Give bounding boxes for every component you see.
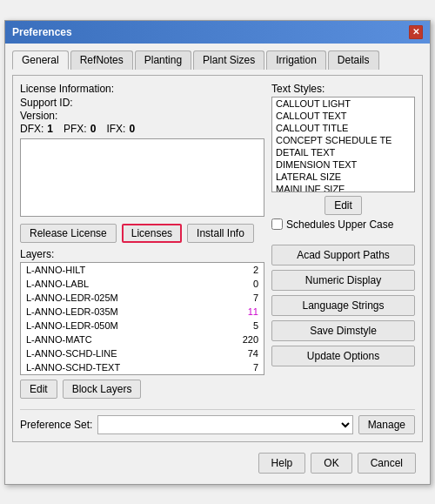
help-button[interactable]: Help	[258, 453, 306, 474]
install-info-button[interactable]: Install Info	[187, 224, 254, 243]
tab-general[interactable]: General	[12, 50, 69, 70]
list-item[interactable]: L-ANNO-LEDR-050M5	[21, 319, 264, 333]
list-item[interactable]: MAINLINE SIZE	[272, 183, 414, 192]
tab-plant-sizes[interactable]: Plant Sizes	[193, 50, 264, 70]
tab-details[interactable]: Details	[328, 50, 379, 70]
layers-edit-button[interactable]: Edit	[20, 380, 57, 399]
list-item[interactable]: L-ANNO-LABL0	[21, 277, 264, 291]
layers-label: Layers:	[20, 248, 264, 260]
right-column: Text Styles: CALLOUT LIGHTCALLOUT TEXTCA…	[271, 83, 415, 404]
content-area: General RefNotes Planting Plant Sizes Ir…	[5, 44, 430, 484]
bottom-buttons-row: Help OK Cancel	[12, 449, 423, 477]
list-item[interactable]: DETAIL TEXT	[272, 146, 414, 158]
preference-set-label: Preference Set:	[20, 419, 92, 431]
version-label: Version:	[20, 110, 264, 122]
layers-section: Layers: L-ANNO-HILT2L-ANNO-LABL0L-ANNO-L…	[20, 248, 264, 399]
support-id-label: Support ID:	[20, 97, 264, 109]
ifx-value: 0	[129, 123, 135, 135]
left-column: License Information: Support ID: Version…	[20, 83, 264, 404]
list-item[interactable]: L-ANNO-HILT2	[21, 263, 264, 277]
pfx-label: PFX:	[64, 123, 87, 135]
dfx-label: DFX:	[20, 123, 44, 135]
layers-list[interactable]: L-ANNO-HILT2L-ANNO-LABL0L-ANNO-LEDR-025M…	[20, 262, 264, 375]
tab-irrigation[interactable]: Irrigation	[266, 50, 326, 70]
license-buttons-row: Release License Licenses Install Info	[20, 224, 264, 243]
layers-buttons-row: Edit Block Layers	[20, 380, 264, 399]
pfx-item: PFX: 0	[64, 123, 96, 135]
license-text-area[interactable]	[20, 138, 264, 217]
layers-container: L-ANNO-HILT2L-ANNO-LABL0L-ANNO-LEDR-025M…	[20, 262, 264, 380]
preferences-window: Preferences ✕ General RefNotes Planting …	[4, 20, 431, 485]
dfx-item: DFX: 1	[20, 123, 53, 135]
list-item[interactable]: L-ANNO-SCHD-LINE74	[21, 346, 264, 360]
language-strings-button[interactable]: Language Strings	[271, 295, 415, 316]
tab-bar: General RefNotes Planting Plant Sizes Ir…	[12, 50, 423, 70]
list-item[interactable]: CONCEPT SCHEDULE TE	[272, 134, 414, 146]
license-info-label: License Information:	[20, 83, 264, 95]
block-layers-button[interactable]: Block Layers	[63, 380, 142, 399]
ifx-item: IFX: 0	[106, 123, 135, 135]
list-item[interactable]: CALLOUT TEXT	[272, 110, 414, 122]
dfx-value: 1	[47, 123, 53, 135]
schedules-row: Schedules Upper Case	[271, 218, 415, 231]
list-item[interactable]: CALLOUT TITLE	[272, 122, 414, 134]
release-license-button[interactable]: Release License	[20, 224, 117, 243]
text-styles-edit-button[interactable]: Edit	[325, 196, 362, 215]
text-styles-edit-row: Edit	[271, 196, 415, 215]
list-item[interactable]: DIMENSION TEXT	[272, 158, 414, 171]
schedules-upper-case-checkbox[interactable]	[271, 218, 283, 230]
schedules-upper-case-label: Schedules Upper Case	[286, 218, 393, 231]
text-styles-label: Text Styles:	[271, 83, 415, 95]
list-item[interactable]: L-ANNO-SCHD-TEXT7	[21, 360, 264, 374]
numeric-display-button[interactable]: Numeric Display	[271, 270, 415, 291]
pfx-value: 0	[90, 123, 97, 135]
main-layout: License Information: Support ID: Version…	[20, 83, 415, 404]
window-title: Preferences	[12, 26, 72, 38]
update-options-button[interactable]: Update Options	[271, 346, 415, 366]
ok-button[interactable]: OK	[311, 453, 351, 474]
manage-button[interactable]: Manage	[358, 415, 415, 434]
ifx-label: IFX:	[106, 123, 125, 135]
save-dimstyle-button[interactable]: Save Dimstyle	[271, 320, 415, 341]
preference-set-dropdown[interactable]	[97, 415, 352, 434]
close-button[interactable]: ✕	[409, 25, 423, 39]
text-styles-section: Text Styles: CALLOUT LIGHTCALLOUT TEXTCA…	[271, 83, 415, 231]
preference-set-row: Preference Set: Manage	[20, 409, 415, 434]
list-item[interactable]: L-ANNO-LEDR-035M11	[21, 305, 264, 319]
list-item[interactable]: L-ANNO-MATC220	[21, 333, 264, 346]
tab-planting[interactable]: Planting	[135, 50, 191, 70]
list-item[interactable]: LATERAL SIZE	[272, 171, 414, 183]
tab-refnotes[interactable]: RefNotes	[70, 50, 133, 70]
dfx-row: DFX: 1 PFX: 0 IFX: 0	[20, 123, 264, 135]
text-styles-list[interactable]: CALLOUT LIGHTCALLOUT TEXTCALLOUT TITLECO…	[271, 97, 415, 192]
acad-support-paths-button[interactable]: Acad Support Paths	[271, 245, 415, 265]
list-item[interactable]: CALLOUT LIGHT	[272, 97, 414, 110]
title-bar: Preferences ✕	[5, 21, 430, 44]
cancel-button[interactable]: Cancel	[358, 453, 416, 474]
right-action-buttons: Acad Support Paths Numeric Display Langu…	[271, 245, 415, 366]
list-item[interactable]: L-ANNO-LEDR-025M7	[21, 291, 264, 305]
licenses-button[interactable]: Licenses	[122, 224, 182, 243]
tab-content: License Information: Support ID: Version…	[12, 75, 423, 442]
